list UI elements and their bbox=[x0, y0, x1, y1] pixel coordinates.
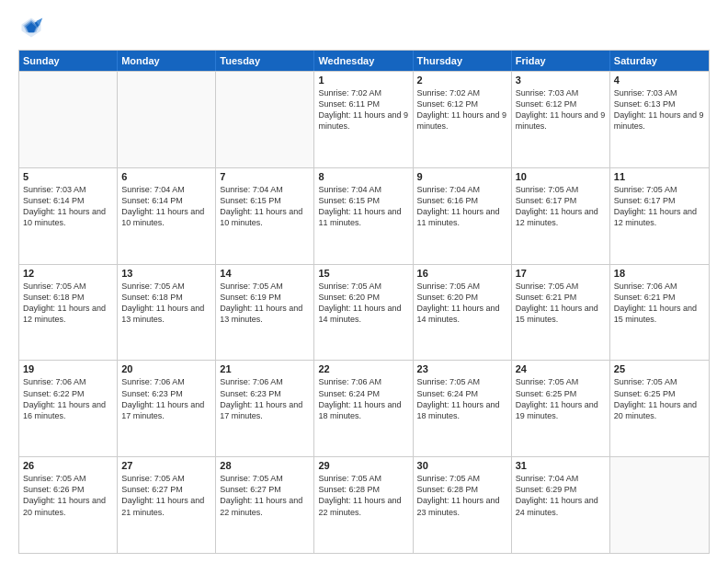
calendar-cell bbox=[19, 72, 118, 167]
calendar-cell: 31Sunrise: 7:04 AMSunset: 6:29 PMDayligh… bbox=[512, 457, 610, 553]
day-number: 26 bbox=[23, 460, 113, 471]
calendar-cell: 14Sunrise: 7:05 AMSunset: 6:19 PMDayligh… bbox=[216, 265, 314, 361]
day-number: 8 bbox=[318, 171, 408, 182]
day-number: 24 bbox=[516, 363, 606, 374]
day-number: 20 bbox=[121, 363, 211, 374]
cell-details: Sunrise: 7:05 AMSunset: 6:26 PMDaylight:… bbox=[23, 473, 113, 518]
cell-details: Sunrise: 7:06 AMSunset: 6:22 PMDaylight:… bbox=[23, 376, 113, 421]
calendar-cell: 1Sunrise: 7:02 AMSunset: 6:11 PMDaylight… bbox=[314, 72, 413, 167]
day-number: 5 bbox=[23, 171, 113, 182]
cell-details: Sunrise: 7:05 AMSunset: 6:18 PMDaylight:… bbox=[23, 281, 113, 326]
cell-details: Sunrise: 7:05 AMSunset: 6:20 PMDaylight:… bbox=[318, 281, 408, 326]
cell-details: Sunrise: 7:05 AMSunset: 6:21 PMDaylight:… bbox=[516, 281, 606, 326]
day-number: 19 bbox=[23, 363, 113, 374]
day-number: 2 bbox=[417, 75, 507, 86]
day-number: 13 bbox=[121, 268, 211, 279]
day-number: 15 bbox=[318, 268, 408, 279]
header-cell-friday: Friday bbox=[512, 51, 610, 71]
calendar-cell: 27Sunrise: 7:05 AMSunset: 6:27 PMDayligh… bbox=[118, 457, 216, 553]
calendar-cell: 2Sunrise: 7:02 AMSunset: 6:12 PMDaylight… bbox=[414, 72, 512, 167]
calendar-body: 1Sunrise: 7:02 AMSunset: 6:11 PMDaylight… bbox=[19, 71, 709, 553]
cell-details: Sunrise: 7:06 AMSunset: 6:23 PMDaylight:… bbox=[121, 376, 211, 421]
day-number: 29 bbox=[318, 460, 408, 471]
cell-details: Sunrise: 7:04 AMSunset: 6:16 PMDaylight:… bbox=[417, 184, 507, 229]
cell-details: Sunrise: 7:04 AMSunset: 6:15 PMDaylight:… bbox=[318, 184, 408, 229]
calendar-cell: 21Sunrise: 7:06 AMSunset: 6:23 PMDayligh… bbox=[216, 361, 314, 456]
calendar-row: 12Sunrise: 7:05 AMSunset: 6:18 PMDayligh… bbox=[19, 264, 709, 361]
day-number: 9 bbox=[417, 171, 507, 182]
cell-details: Sunrise: 7:02 AMSunset: 6:12 PMDaylight:… bbox=[417, 87, 507, 132]
day-number: 25 bbox=[614, 363, 705, 374]
header-cell-thursday: Thursday bbox=[414, 51, 512, 71]
day-number: 31 bbox=[516, 460, 606, 471]
calendar-cell: 26Sunrise: 7:05 AMSunset: 6:26 PMDayligh… bbox=[19, 457, 118, 553]
cell-details: Sunrise: 7:05 AMSunset: 6:19 PMDaylight:… bbox=[220, 281, 310, 326]
calendar-cell: 12Sunrise: 7:05 AMSunset: 6:18 PMDayligh… bbox=[19, 265, 118, 361]
cell-details: Sunrise: 7:03 AMSunset: 6:14 PMDaylight:… bbox=[23, 184, 113, 229]
day-number: 30 bbox=[417, 460, 507, 471]
calendar-cell: 6Sunrise: 7:04 AMSunset: 6:14 PMDaylight… bbox=[118, 168, 216, 264]
calendar-cell: 9Sunrise: 7:04 AMSunset: 6:16 PMDaylight… bbox=[414, 168, 512, 264]
calendar-cell: 19Sunrise: 7:06 AMSunset: 6:22 PMDayligh… bbox=[19, 361, 118, 456]
cell-details: Sunrise: 7:06 AMSunset: 6:24 PMDaylight:… bbox=[318, 376, 408, 421]
cell-details: Sunrise: 7:05 AMSunset: 6:20 PMDaylight:… bbox=[417, 281, 507, 326]
cell-details: Sunrise: 7:04 AMSunset: 6:29 PMDaylight:… bbox=[516, 473, 606, 518]
day-number: 14 bbox=[220, 268, 310, 279]
logo-icon bbox=[18, 15, 44, 40]
calendar-cell: 3Sunrise: 7:03 AMSunset: 6:12 PMDaylight… bbox=[512, 72, 610, 167]
calendar-cell: 23Sunrise: 7:05 AMSunset: 6:24 PMDayligh… bbox=[414, 361, 512, 456]
cell-details: Sunrise: 7:05 AMSunset: 6:17 PMDaylight:… bbox=[516, 184, 606, 229]
calendar-cell: 13Sunrise: 7:05 AMSunset: 6:18 PMDayligh… bbox=[118, 265, 216, 361]
cell-details: Sunrise: 7:05 AMSunset: 6:18 PMDaylight:… bbox=[121, 281, 211, 326]
calendar-cell: 18Sunrise: 7:06 AMSunset: 6:21 PMDayligh… bbox=[610, 265, 709, 361]
calendar-row: 19Sunrise: 7:06 AMSunset: 6:22 PMDayligh… bbox=[19, 360, 709, 456]
day-number: 23 bbox=[417, 363, 507, 374]
day-number: 17 bbox=[516, 268, 606, 279]
cell-details: Sunrise: 7:06 AMSunset: 6:23 PMDaylight:… bbox=[220, 376, 310, 421]
day-number: 16 bbox=[417, 268, 507, 279]
header-cell-monday: Monday bbox=[118, 51, 216, 71]
day-number: 28 bbox=[220, 460, 310, 471]
calendar-row: 5Sunrise: 7:03 AMSunset: 6:14 PMDaylight… bbox=[19, 167, 709, 264]
day-number: 6 bbox=[121, 171, 211, 182]
cell-details: Sunrise: 7:03 AMSunset: 6:13 PMDaylight:… bbox=[614, 87, 705, 132]
cell-details: Sunrise: 7:05 AMSunset: 6:27 PMDaylight:… bbox=[220, 473, 310, 518]
day-number: 10 bbox=[516, 171, 606, 182]
calendar-cell: 28Sunrise: 7:05 AMSunset: 6:27 PMDayligh… bbox=[216, 457, 314, 553]
calendar-cell: 30Sunrise: 7:05 AMSunset: 6:28 PMDayligh… bbox=[414, 457, 512, 553]
calendar-cell: 20Sunrise: 7:06 AMSunset: 6:23 PMDayligh… bbox=[118, 361, 216, 456]
calendar-row: 26Sunrise: 7:05 AMSunset: 6:26 PMDayligh… bbox=[19, 456, 709, 553]
header-cell-tuesday: Tuesday bbox=[216, 51, 314, 71]
calendar-cell: 25Sunrise: 7:05 AMSunset: 6:25 PMDayligh… bbox=[610, 361, 709, 456]
header-cell-saturday: Saturday bbox=[610, 51, 709, 71]
day-number: 11 bbox=[614, 171, 705, 182]
calendar-cell bbox=[118, 72, 216, 167]
cell-details: Sunrise: 7:05 AMSunset: 6:17 PMDaylight:… bbox=[614, 184, 705, 229]
calendar-cell: 29Sunrise: 7:05 AMSunset: 6:28 PMDayligh… bbox=[314, 457, 413, 553]
header bbox=[18, 15, 710, 40]
calendar-cell: 22Sunrise: 7:06 AMSunset: 6:24 PMDayligh… bbox=[314, 361, 413, 456]
logo bbox=[18, 15, 48, 40]
header-cell-wednesday: Wednesday bbox=[314, 51, 413, 71]
day-number: 21 bbox=[220, 363, 310, 374]
calendar-cell: 4Sunrise: 7:03 AMSunset: 6:13 PMDaylight… bbox=[610, 72, 709, 167]
day-number: 18 bbox=[614, 268, 705, 279]
calendar-cell bbox=[216, 72, 314, 167]
cell-details: Sunrise: 7:05 AMSunset: 6:25 PMDaylight:… bbox=[614, 376, 705, 421]
cell-details: Sunrise: 7:02 AMSunset: 6:11 PMDaylight:… bbox=[318, 87, 408, 132]
calendar-row: 1Sunrise: 7:02 AMSunset: 6:11 PMDaylight… bbox=[19, 71, 709, 167]
calendar-cell: 15Sunrise: 7:05 AMSunset: 6:20 PMDayligh… bbox=[314, 265, 413, 361]
cell-details: Sunrise: 7:04 AMSunset: 6:14 PMDaylight:… bbox=[121, 184, 211, 229]
calendar-cell: 16Sunrise: 7:05 AMSunset: 6:20 PMDayligh… bbox=[414, 265, 512, 361]
cell-details: Sunrise: 7:03 AMSunset: 6:12 PMDaylight:… bbox=[516, 87, 606, 132]
cell-details: Sunrise: 7:05 AMSunset: 6:25 PMDaylight:… bbox=[516, 376, 606, 421]
header-cell-sunday: Sunday bbox=[19, 51, 118, 71]
calendar-cell: 17Sunrise: 7:05 AMSunset: 6:21 PMDayligh… bbox=[512, 265, 610, 361]
cell-details: Sunrise: 7:05 AMSunset: 6:28 PMDaylight:… bbox=[417, 473, 507, 518]
cell-details: Sunrise: 7:06 AMSunset: 6:21 PMDaylight:… bbox=[614, 281, 705, 326]
cell-details: Sunrise: 7:05 AMSunset: 6:27 PMDaylight:… bbox=[121, 473, 211, 518]
calendar-cell: 5Sunrise: 7:03 AMSunset: 6:14 PMDaylight… bbox=[19, 168, 118, 264]
cell-details: Sunrise: 7:04 AMSunset: 6:15 PMDaylight:… bbox=[220, 184, 310, 229]
day-number: 4 bbox=[614, 75, 705, 86]
calendar-cell: 11Sunrise: 7:05 AMSunset: 6:17 PMDayligh… bbox=[610, 168, 709, 264]
